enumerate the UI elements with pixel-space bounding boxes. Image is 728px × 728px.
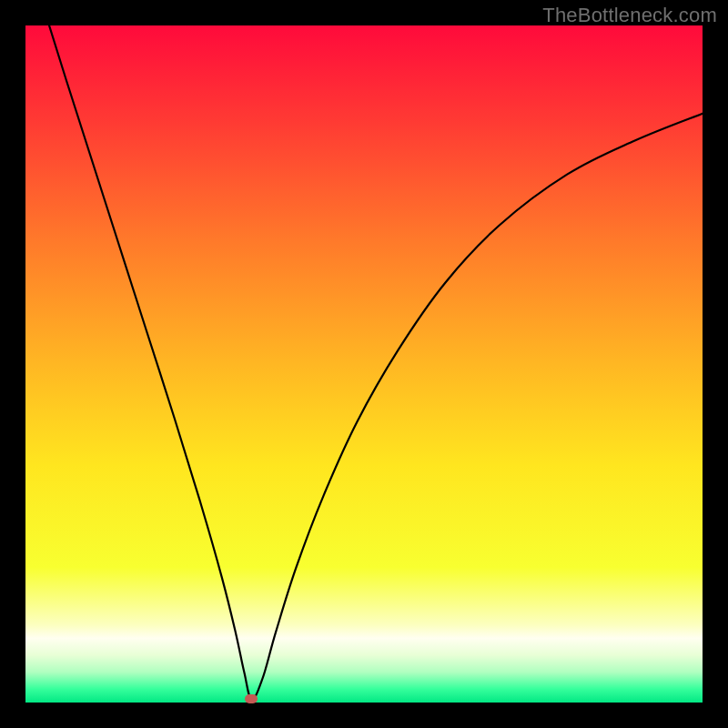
curve-path (49, 25, 703, 699)
plot-frame (25, 25, 703, 703)
minimum-marker (245, 694, 258, 703)
bottleneck-curve (25, 25, 703, 703)
watermark-label: TheBottleneck.com (542, 4, 717, 27)
